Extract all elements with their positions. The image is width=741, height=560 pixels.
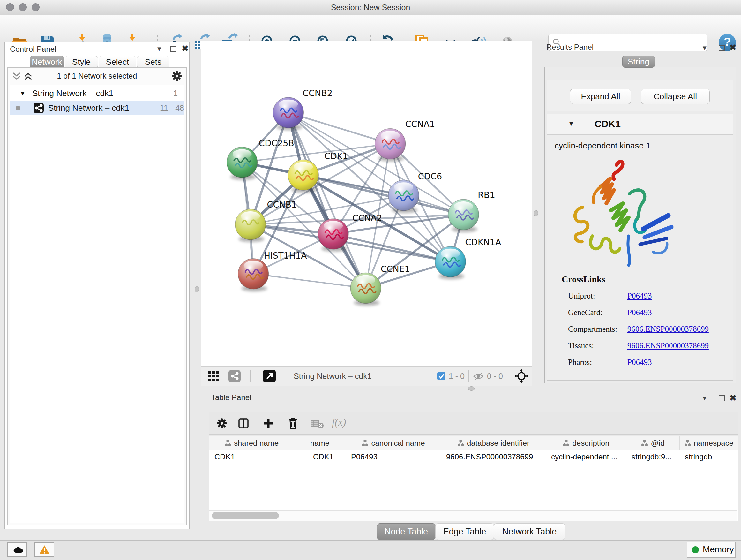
- gene-symbol: CDK1: [585, 118, 630, 129]
- memory-status-dot: [692, 546, 699, 553]
- network-graph[interactable]: CCNB2CCNA1CDC25BCDK1CDC6RB1CCNB1CCNA2CDK…: [201, 41, 532, 366]
- right-splitter-handle[interactable]: [534, 210, 538, 216]
- status-divider: [468, 370, 469, 382]
- collapse-all-icon[interactable]: [23, 72, 32, 80]
- bottom-status-bar: Memory: [0, 540, 741, 560]
- gene-collapse-caret-icon[interactable]: ▼: [568, 120, 575, 127]
- warnings-button[interactable]: [35, 543, 54, 557]
- control-panel-float-button[interactable]: ▼: [156, 46, 162, 52]
- network-row-selected[interactable]: String Network – cdk1 11 48: [10, 101, 184, 115]
- current-network-name: String Network – cdk1: [293, 367, 372, 386]
- delete-table-icon: [310, 419, 324, 429]
- crosslinks-title: CrossLinks: [562, 274, 605, 285]
- network-tree: ▼ String Network – cdk1 1 String Network…: [10, 85, 185, 523]
- tab-network[interactable]: Network: [30, 56, 64, 68]
- collection-count: 1: [160, 86, 178, 101]
- cloud-button[interactable]: [7, 543, 27, 557]
- network-node-count: 11: [154, 101, 168, 115]
- collection-caret-icon[interactable]: ▼: [19, 90, 26, 97]
- network-node-label: CDC25B: [259, 138, 294, 148]
- collapse-all-button[interactable]: Collapse All: [641, 89, 710, 104]
- tab-style[interactable]: Style: [65, 56, 98, 68]
- table-panel-close-button[interactable]: ✖: [730, 394, 737, 402]
- crosshair-icon[interactable]: [515, 369, 529, 383]
- tab-network-table[interactable]: Network Table: [494, 523, 565, 540]
- column-header[interactable]: namespace: [680, 436, 738, 450]
- table-settings-gear-icon[interactable]: [216, 418, 227, 429]
- table-horizontal-scrollbar[interactable]: [209, 510, 738, 521]
- network-edge[interactable]: [288, 113, 390, 144]
- control-panel: Control Panel ▼ ✖ Network Style Select S…: [4, 42, 190, 529]
- network-list-container: 1 of 1 Network selected ▼ String Network…: [7, 67, 187, 525]
- control-panel-maximize-button[interactable]: [170, 46, 176, 52]
- show-columns-icon[interactable]: [238, 418, 249, 429]
- results-panel-close-button[interactable]: ✖: [730, 44, 737, 52]
- results-panel-maximize-button[interactable]: [719, 45, 725, 51]
- results-panel-float-button[interactable]: ▼: [701, 45, 708, 51]
- column-header[interactable]: description: [546, 436, 626, 450]
- tab-edge-table[interactable]: Edge Table: [435, 523, 494, 540]
- network-node-label: CDK1: [324, 151, 348, 161]
- network-node-label: HIST1H1A: [264, 251, 307, 260]
- crosslink-label: Tissues:: [568, 341, 594, 350]
- title-bar: Session: New Session: [0, 0, 741, 15]
- crosslink-compartments-link[interactable]: 9606.ENSP00000378699: [627, 325, 709, 334]
- status-divider: [508, 370, 509, 382]
- column-header[interactable]: @id: [626, 436, 680, 450]
- add-column-icon[interactable]: [263, 418, 274, 429]
- selected-node-edge-counts: 1 - 0: [449, 367, 465, 386]
- network-options-gear-icon[interactable]: [171, 70, 183, 82]
- memory-label: Memory: [703, 545, 734, 555]
- network-collection-row[interactable]: ▼ String Network – cdk1 1: [10, 86, 184, 101]
- network-node-label: CCNA1: [405, 119, 435, 129]
- network-node-label: CCNB1: [267, 199, 297, 209]
- bottom-splitter-handle[interactable]: [468, 386, 475, 391]
- network-edge-count: 48: [170, 101, 184, 115]
- network-status-dot: [16, 106, 20, 111]
- crosslink-label: Compartments:: [568, 325, 617, 334]
- control-panel-title: Control Panel: [10, 45, 56, 54]
- crosslink-genecard-link[interactable]: P06493: [627, 308, 652, 317]
- crosslink-uniprot-link[interactable]: P06493: [627, 292, 652, 300]
- column-header[interactable]: shared name: [209, 436, 294, 450]
- results-panel-title: Results Panel: [546, 43, 594, 52]
- network-share-icon[interactable]: [228, 370, 241, 382]
- left-splitter-handle[interactable]: [195, 286, 199, 293]
- crosslink-tissues-link[interactable]: 9606.ENSP00000378699: [627, 341, 709, 350]
- tab-select[interactable]: Select: [98, 56, 136, 68]
- crosslink-pharos-link[interactable]: P06493: [627, 358, 652, 367]
- network-node-label: CDC6: [418, 172, 442, 181]
- tab-node-table[interactable]: Node Table: [377, 523, 435, 540]
- warning-icon: [39, 545, 50, 555]
- selected-checkbox-icon[interactable]: [437, 372, 446, 380]
- control-panel-close-button[interactable]: ✖: [182, 44, 189, 53]
- tab-sets[interactable]: Sets: [137, 56, 170, 68]
- crosslink-label: Pharos:: [568, 358, 592, 367]
- column-header[interactable]: canonical name: [346, 436, 441, 450]
- expand-all-icon[interactable]: [12, 72, 21, 80]
- crosslink-label: GeneCard:: [568, 308, 603, 317]
- results-panel-body: Expand All Collapse All ▼ CDK1 cyclin-de…: [544, 67, 736, 383]
- gene-section-header[interactable]: ▼ CDK1: [547, 114, 733, 135]
- expand-all-button[interactable]: Expand All: [570, 89, 631, 104]
- column-header[interactable]: name: [294, 436, 346, 450]
- memory-button[interactable]: Memory: [687, 542, 736, 558]
- cloud-icon: [11, 545, 23, 554]
- results-gene-section: ▼ CDK1 cyclin-dependent kinase 1: [547, 114, 733, 381]
- node-table: shared name name canonical name database…: [209, 436, 738, 521]
- table-panel-maximize-button[interactable]: [719, 395, 725, 401]
- application-window: Session: New Session: [0, 0, 741, 560]
- open-in-window-icon[interactable]: [263, 370, 276, 382]
- table-row[interactable]: CDK1 CDK1 P06493 9606.ENSP00000378699 cy…: [209, 450, 738, 463]
- scrollbar-thumb[interactable]: [212, 512, 279, 519]
- birdseye-grid-icon[interactable]: [208, 371, 219, 381]
- network-view-canvas[interactable]: CCNB2CCNA1CDC25BCDK1CDC6RB1CCNB1CCNA2CDK…: [201, 41, 532, 366]
- network-label: String Network – cdk1: [48, 101, 129, 115]
- column-header[interactable]: database identifier: [441, 436, 546, 450]
- network-edge[interactable]: [253, 274, 366, 288]
- table-panel-float-button[interactable]: ▼: [701, 395, 708, 401]
- table-header-row: shared name name canonical name database…: [209, 436, 738, 450]
- network-type-icon: [33, 103, 44, 113]
- tab-string[interactable]: String: [622, 56, 655, 68]
- delete-column-trash-icon[interactable]: [287, 417, 299, 430]
